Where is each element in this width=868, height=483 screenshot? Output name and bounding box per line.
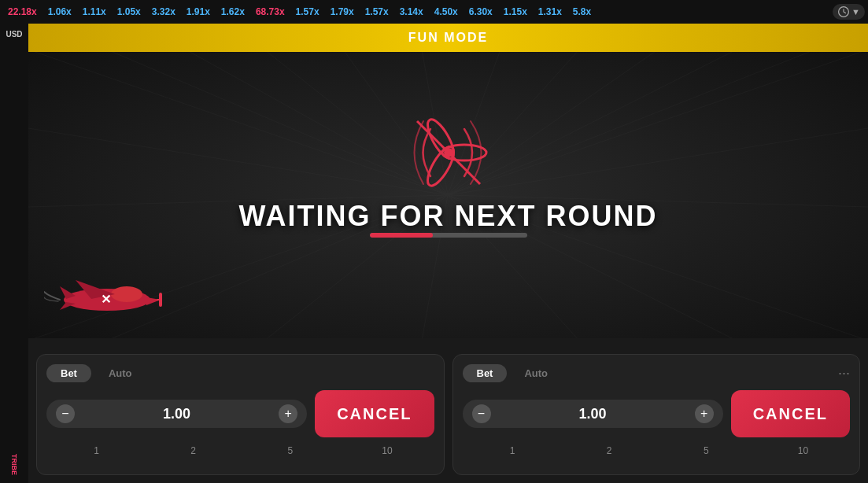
- bet-panel-2: Bet Auto ··· − 1.00 + CANCEL 1 2 5 10: [452, 354, 861, 475]
- multiplier-item[interactable]: 1.79x: [326, 5, 359, 19]
- amount-row-2: − 1.00 + CANCEL: [463, 390, 851, 437]
- waiting-text: WAITING FOR NEXT ROUND: [239, 200, 658, 233]
- auto-tab-1[interactable]: Auto: [94, 364, 146, 382]
- multiplier-item[interactable]: 1.31x: [534, 5, 567, 19]
- decrease-btn-2[interactable]: −: [472, 404, 491, 423]
- multiplier-item[interactable]: 1.62x: [216, 5, 249, 19]
- quick-amounts-1: 1 2 5 10: [46, 445, 434, 456]
- multiplier-item[interactable]: 1.06x: [43, 5, 76, 19]
- history-button[interactable]: ▼: [833, 4, 865, 20]
- increase-btn-1[interactable]: +: [279, 404, 297, 423]
- svg-text:✕: ✕: [101, 293, 111, 306]
- multiplier-item[interactable]: 4.50x: [430, 5, 463, 19]
- fun-mode-banner: FUN MODE: [28, 24, 868, 52]
- quick-amt-4[interactable]: 10: [340, 445, 434, 456]
- game-area: FUN MODE: [28, 24, 868, 338]
- quick-amt-1[interactable]: 1: [50, 445, 143, 456]
- fun-mode-label: FUN MODE: [408, 31, 488, 45]
- currency-label: USD: [6, 30, 22, 39]
- tribe-label: TRIBE: [10, 454, 18, 475]
- multiplier-item[interactable]: 1.05x: [113, 5, 146, 19]
- radar-icon: [401, 105, 496, 200]
- multiplier-item[interactable]: 1.57x: [360, 5, 393, 19]
- plane-icon: ✕: [44, 264, 162, 323]
- amount-row-1: − 1.00 + CANCEL: [46, 390, 434, 437]
- quick-amt-5[interactable]: 1: [466, 445, 560, 456]
- amount-control-1: − 1.00 +: [46, 400, 307, 428]
- quick-amt-2[interactable]: 2: [146, 445, 240, 456]
- progress-bar: [370, 233, 527, 238]
- plane-svg: ✕: [44, 264, 162, 319]
- game-center: WAITING FOR NEXT ROUND: [28, 52, 868, 291]
- multiplier-item[interactable]: 68.73x: [251, 5, 290, 19]
- multiplier-item[interactable]: 1.11x: [78, 5, 111, 19]
- quick-amounts-2: 1 2 5 10: [463, 445, 851, 456]
- multiplier-item[interactable]: 5.8x: [568, 5, 596, 19]
- amount-value-2: 1.00: [497, 406, 689, 422]
- multiplier-item[interactable]: 6.30x: [464, 5, 497, 19]
- amount-control-2: − 1.00 +: [463, 400, 723, 428]
- amount-value-1: 1.00: [81, 406, 272, 422]
- increase-btn-2[interactable]: +: [695, 404, 714, 423]
- decrease-btn-1[interactable]: −: [56, 404, 75, 423]
- svg-line-29: [417, 121, 480, 184]
- multiplier-item[interactable]: 22.18x: [3, 5, 42, 19]
- auto-tab-2[interactable]: Auto: [510, 364, 562, 382]
- left-sidebar: USD TRIBE: [0, 24, 28, 483]
- multiplier-item[interactable]: 3.14x: [395, 5, 428, 19]
- game-background: WAITING FOR NEXT ROUND: [28, 52, 868, 338]
- toggle-row-1: Bet Auto: [46, 364, 434, 382]
- bet-tab-1[interactable]: Bet: [46, 364, 91, 382]
- multiplier-item[interactable]: 1.91x: [182, 5, 215, 19]
- toggle-row-2: Bet Auto ···: [463, 364, 851, 382]
- panel-menu-icon-2[interactable]: ···: [838, 365, 850, 382]
- bet-panel-1: Bet Auto − 1.00 + CANCEL 1 2 5 10: [36, 354, 445, 475]
- bet-tab-2[interactable]: Bet: [463, 364, 508, 382]
- multiplier-bar: 22.18x 1.06x 1.11x 1.05x 3.32x 1.91x 1.6…: [0, 0, 868, 24]
- multiplier-item[interactable]: 1.57x: [291, 5, 324, 19]
- svg-point-31: [111, 286, 142, 302]
- svg-point-27: [423, 143, 458, 189]
- quick-amt-3[interactable]: 5: [243, 445, 337, 456]
- cancel-button-1[interactable]: CANCEL: [315, 390, 434, 437]
- multiplier-item[interactable]: 3.32x: [147, 5, 180, 19]
- cancel-button-2[interactable]: CANCEL: [731, 390, 850, 437]
- quick-amt-8[interactable]: 10: [756, 445, 850, 456]
- progress-bar-fill: [370, 233, 433, 238]
- multiplier-item[interactable]: 1.15x: [499, 5, 532, 19]
- quick-amt-7[interactable]: 5: [659, 445, 753, 456]
- betting-area: Bet Auto − 1.00 + CANCEL 1 2 5 10 Bet Au…: [28, 346, 868, 483]
- quick-amt-6[interactable]: 2: [563, 445, 656, 456]
